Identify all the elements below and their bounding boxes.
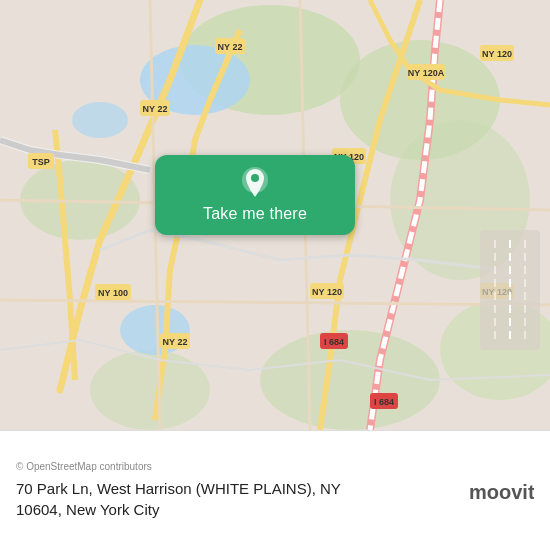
- svg-text:NY 120: NY 120: [312, 287, 342, 297]
- address-line2: 10604, New York City: [16, 501, 159, 518]
- address-line1: 70 Park Ln, West Harrison (WHITE PLAINS)…: [16, 480, 341, 497]
- svg-point-6: [90, 350, 210, 430]
- map-container: NY 22 NY 22 NY 100 NY 22 NY 120 NY 120 N…: [0, 0, 550, 430]
- svg-text:I 684: I 684: [324, 337, 344, 347]
- svg-text:NY 120: NY 120: [482, 49, 512, 59]
- button-label: Take me there: [203, 205, 307, 223]
- copyright-text: © OpenStreetMap contributors: [16, 461, 452, 472]
- svg-text:NY 100: NY 100: [98, 288, 128, 298]
- svg-text:NY 22: NY 22: [163, 337, 188, 347]
- location-pin-icon: [241, 167, 269, 201]
- svg-text:TSP: TSP: [32, 157, 50, 167]
- svg-text:I 684: I 684: [374, 397, 394, 407]
- copyright-label: © OpenStreetMap contributors: [16, 461, 152, 472]
- svg-text:NY 22: NY 22: [143, 104, 168, 114]
- moovit-logo: moovit: [464, 471, 534, 511]
- svg-point-5: [260, 330, 440, 430]
- moovit-logo-svg: moovit: [464, 471, 534, 511]
- svg-text:moovit: moovit: [469, 481, 534, 503]
- take-me-there-button[interactable]: Take me there: [155, 155, 355, 235]
- svg-point-44: [251, 174, 259, 182]
- svg-text:NY 22: NY 22: [218, 42, 243, 52]
- svg-text:NY 120A: NY 120A: [408, 68, 445, 78]
- info-text: © OpenStreetMap contributors 70 Park Ln,…: [16, 461, 452, 520]
- info-panel: © OpenStreetMap contributors 70 Park Ln,…: [0, 430, 550, 550]
- address-line: 70 Park Ln, West Harrison (WHITE PLAINS)…: [16, 478, 452, 520]
- svg-point-10: [72, 102, 128, 138]
